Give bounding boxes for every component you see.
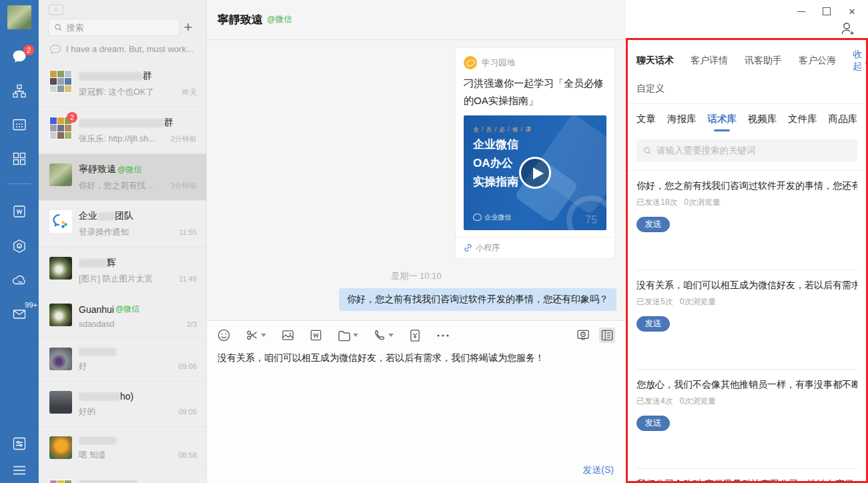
chat-search-box[interactable] <box>48 19 179 36</box>
search-icon <box>54 23 63 32</box>
message-area: 学习园地 刁洪强邀你一起学习「全员必修的OA实操指南」 75 全 / 员 / 必… <box>207 41 626 320</box>
my-avatar[interactable] <box>7 5 31 29</box>
script-text[interactable]: 你好，您之前有找我们咨询过软件开发的事情，您还有… <box>636 180 857 192</box>
avatar <box>49 348 72 370</box>
thumb-text: 企业微信 OA办公 实操指南 <box>473 135 518 191</box>
avatar <box>49 163 72 186</box>
tab-video-library[interactable]: 视频库 <box>748 113 777 131</box>
chat-time: 08:58 <box>178 451 197 459</box>
tab-customer-detail[interactable]: 客户详情 <box>691 55 728 67</box>
chevron-down-icon <box>261 334 266 337</box>
wechat-tag: @微信 <box>115 304 139 315</box>
image-button[interactable] <box>282 329 294 342</box>
chat-name: 群 <box>143 70 152 82</box>
doc-button[interactable] <box>310 329 322 342</box>
call-button[interactable] <box>374 329 394 342</box>
script-text[interactable]: 我们公司全称叫 安徽讯曼科技有限公司，地址在安徽… <box>636 478 857 483</box>
chat-preview: 你好，您之前有找... <box>79 180 165 191</box>
collapse-button[interactable]: 收起 <box>853 49 868 73</box>
script-text[interactable]: 没有关系，咱们可以相互成为微信好友，若以后有需求… <box>636 280 857 292</box>
tab-articles[interactable]: 文章 <box>636 113 656 131</box>
play-button-icon[interactable] <box>519 157 551 189</box>
side-panel-toggle-button[interactable] <box>599 328 615 343</box>
status-message[interactable]: I have a dream. But, must work... <box>48 44 197 54</box>
script-item: 没有关系，咱们可以相互成为微信好友，若以后有需求… 已发送5次0次浏览量 发送 <box>636 270 857 370</box>
cloud-call-nav-button[interactable] <box>12 274 27 287</box>
add-member-icon[interactable] <box>839 21 855 39</box>
script-send-button[interactable]: 发送 <box>636 316 670 332</box>
app-nav-button[interactable] <box>12 239 27 254</box>
send-button[interactable]: 发送(S) <box>582 464 614 476</box>
miniprogram-card[interactable]: 学习园地 刁洪强邀你一起学习「全员必修的OA实操指南」 75 全 / 员 / 必… <box>455 47 615 259</box>
menu-button[interactable] <box>12 466 27 475</box>
tab-xunke-assistant[interactable]: 讯客助手 <box>745 55 782 67</box>
nav-sidebar: 2 99+ <box>0 0 39 483</box>
chat-search-input[interactable] <box>67 23 173 33</box>
avatar <box>49 257 72 280</box>
tab-chat-scripts[interactable]: 聊天话术 <box>636 55 674 67</box>
tab-custom[interactable]: 自定义 <box>636 83 665 93</box>
chat-item[interactable]: 好09:06 <box>39 338 206 382</box>
chat-item[interactable]: 群 梁冠辉: 这个也OK了昨天 <box>39 61 206 107</box>
chat-time: 2分钟前 <box>171 134 197 144</box>
side-panel-icon <box>600 329 614 342</box>
chat-preview: 登录操作通知 <box>79 227 173 238</box>
add-chat-button[interactable]: + <box>179 19 197 36</box>
minimize-button[interactable] <box>792 4 811 19</box>
thumb-tagline: 全 / 员 / 必 / 修 / 课 <box>473 126 532 134</box>
more-button[interactable] <box>436 334 450 338</box>
chat-item[interactable]: 我先把scrm推广页面...08:57 <box>39 470 206 483</box>
chat-list-panel: + I have a dream. But, must work... 群 梁冠… <box>39 0 207 483</box>
script-send-button[interactable]: 发送 <box>636 217 670 232</box>
chat-preview: 好的 <box>79 406 173 418</box>
contacts-nav-button[interactable] <box>12 84 27 98</box>
chat-item[interactable]: Guanhui@微信 sdasdasd2/3 <box>39 294 206 338</box>
tab-script-library[interactable]: 话术库 <box>707 113 737 131</box>
sent-message-bubble[interactable]: 你好，您之前有找我们咨询过软件开发的事情，您还有印象吗？ <box>339 288 616 311</box>
divider <box>628 103 866 104</box>
chat-item[interactable]: 嗯 知道08:58 <box>39 427 206 470</box>
chat-item[interactable]: 2 群 张乐乐: http://ljfl.sh...2分钟前 <box>39 107 206 154</box>
redacted-name <box>79 259 107 268</box>
tab-file-library[interactable]: 文件库 <box>788 113 817 131</box>
miniprogram-app-name: 学习园地 <box>482 57 515 69</box>
script-search-box[interactable] <box>636 139 857 161</box>
mail-nav-button[interactable]: 99+ <box>12 307 27 320</box>
video-thumbnail[interactable]: 75 全 / 员 / 必 / 修 / 课 企业微信 OA办公 实操指南 企业微信 <box>464 115 606 230</box>
redacted-name <box>79 392 120 401</box>
miniprogram-title: 刁洪强邀你一起学习「全员必修的OA实操指南」 <box>464 75 606 110</box>
redacted-name <box>79 480 137 483</box>
red-packet-button[interactable] <box>409 329 421 342</box>
file-button[interactable] <box>338 330 358 342</box>
chat-preview: 嗯 知道 <box>79 450 173 461</box>
script-send-button[interactable]: 发送 <box>636 416 670 431</box>
maximize-button[interactable] <box>817 4 836 19</box>
chat-item[interactable]: 辉 [图片] 防止图片太宽11:49 <box>39 248 206 294</box>
chat-time: 3分钟前 <box>171 181 197 191</box>
download-icon[interactable] <box>48 4 197 16</box>
chevron-down-icon <box>353 334 358 337</box>
view-count: 0次浏览量 <box>684 197 721 208</box>
tab-customer-pool[interactable]: 客户公海 <box>799 55 836 67</box>
docs-nav-button[interactable] <box>12 204 27 219</box>
script-text[interactable]: 您放心，我们不会像其他推销员一样，有事没事都不断… <box>636 379 857 391</box>
search-icon <box>643 146 652 155</box>
screenshot-button[interactable] <box>246 329 266 342</box>
calendar-nav-button[interactable] <box>12 118 27 131</box>
message-draft-input[interactable]: 没有关系，咱们可以相互成为微信好友，若以后有需求，我们将竭诚为您服务！ <box>207 347 626 387</box>
tab-product-library[interactable]: 商品库 <box>828 113 857 131</box>
chats-nav-button[interactable]: 2 <box>11 49 27 64</box>
script-search-input[interactable] <box>657 145 851 155</box>
chat-item-selected[interactable]: 寧靜致遠@微信 你好，您之前有找...3分钟前 <box>39 154 206 201</box>
unread-badge: 2 <box>67 112 77 123</box>
chat-history-button[interactable] <box>576 329 590 342</box>
workbench-nav-button[interactable] <box>12 151 27 166</box>
emoji-button[interactable] <box>218 329 230 342</box>
chat-item[interactable]: ho) 好的09:05 <box>39 382 206 427</box>
close-button[interactable]: ✕ <box>843 4 861 19</box>
tab-poster-library[interactable]: 海报库 <box>667 113 697 131</box>
sent-count: 已发送18次 <box>636 197 677 208</box>
settings-button[interactable] <box>12 436 27 451</box>
chat-preview: 张乐乐: http://ljfl.sh... <box>79 133 165 145</box>
chat-item[interactable]: 企业团队 登录操作通知11:55 <box>39 201 206 248</box>
